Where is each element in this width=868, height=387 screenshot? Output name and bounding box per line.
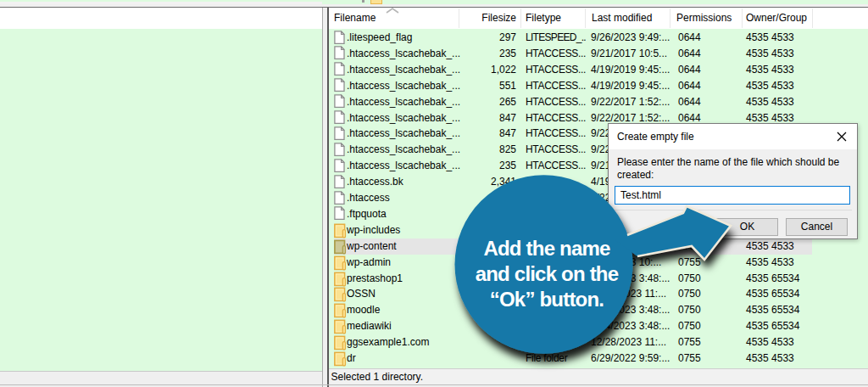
svg-text:“Ok” button.: “Ok” button.	[490, 288, 604, 311]
svg-text:Add the name: Add the name	[483, 237, 610, 260]
svg-text:and click on the: and click on the	[476, 262, 619, 285]
